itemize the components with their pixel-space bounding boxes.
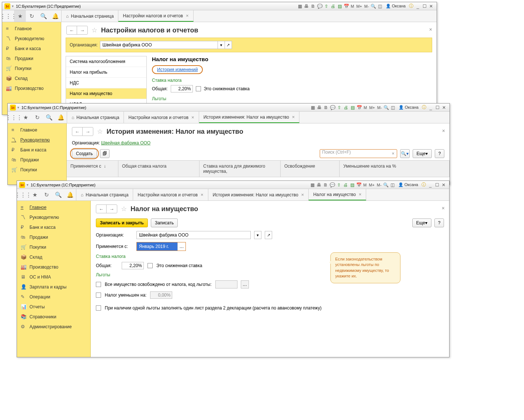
doc-icon[interactable]: 🗎 <box>310 4 316 4</box>
info-icon[interactable]: ⓘ <box>408 3 414 4</box>
panels-icon[interactable]: ◫ <box>377 4 384 4</box>
upload-icon[interactable]: ⇧ <box>323 4 330 4</box>
maximize-button[interactable]: ☐ <box>421 4 428 4</box>
print-icon[interactable]: 🖶 <box>303 4 310 4</box>
chat-icon[interactable]: 💬 <box>316 4 323 4</box>
titlebar: 1c ▾ 1С:Бухгалтерия (1С:Предприятие) ▦ 🖶… <box>2 2 437 4</box>
calendar-icon[interactable]: ▤ <box>336 4 343 4</box>
zoom-icon[interactable]: 🔍 <box>370 4 377 4</box>
minimize-button[interactable]: _ <box>414 4 421 4</box>
printer2-icon[interactable]: 🖨 <box>330 4 336 4</box>
app-logo-icon: 1c <box>4 3 10 4</box>
grid-icon[interactable]: ▦ <box>296 4 303 4</box>
close-button[interactable]: ✕ <box>428 4 434 4</box>
window-settings: 1c ▾ 1С:Бухгалтерия (1С:Предприятие) ▦ 🖶… <box>2 2 437 4</box>
date-icon[interactable]: 📅 <box>343 4 350 4</box>
